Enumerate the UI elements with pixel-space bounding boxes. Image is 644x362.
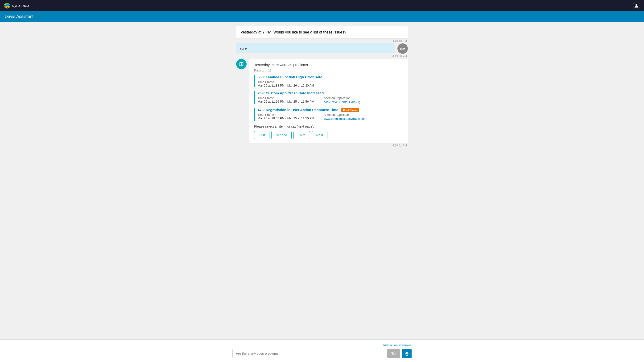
user-message-row: sure NV bbox=[236, 43, 408, 54]
problem-timeframe-value-3: Mar 25 at 10:57 PM - Mar 25 at 11:50 PM bbox=[258, 117, 314, 120]
action-buttons: First Second Third Next bbox=[254, 131, 403, 139]
timestamp-1: 4:18:58 PM bbox=[236, 39, 408, 43]
problem-title-1[interactable]: 558: Lambda Function High Error Rate bbox=[258, 75, 322, 79]
page-label: Page 1 of 13 bbox=[254, 69, 403, 72]
davis-icon bbox=[239, 62, 244, 67]
bot-problems-content: Yesterday there were 39 problems. Page 1… bbox=[250, 59, 408, 147]
problem-field-timeframe-1: Time Frame Mar 25 at 11:38 PM - Mar 26 a… bbox=[258, 80, 314, 87]
third-button[interactable]: Third bbox=[294, 131, 310, 139]
timestamp-3: 4:19:01 PM bbox=[250, 144, 408, 147]
problem-fields-3: Time Frame Mar 25 at 10:57 PM - Mar 25 a… bbox=[258, 113, 403, 121]
problem-fields-2: Time Frame Mar 25 at 11:29 PM - Mar 25 a… bbox=[258, 96, 403, 104]
next-button[interactable]: Next bbox=[312, 131, 328, 139]
logo-text: dynatrace bbox=[12, 4, 29, 8]
user-message-wrapper: sure NV 4:19:00 PM bbox=[232, 43, 412, 58]
user-avatar: NV bbox=[398, 43, 408, 54]
svg-rect-13 bbox=[406, 352, 408, 354]
user-avatar-icon[interactable] bbox=[633, 2, 640, 10]
problem-timeframe-value-1: Mar 25 at 11:38 PM - Mar 26 at 12:30 AM bbox=[258, 84, 314, 87]
problem-fields-1: Time Frame Mar 25 at 11:38 PM - Mar 26 a… bbox=[258, 80, 403, 87]
input-area-inner: Interaction examples Try bbox=[232, 343, 412, 358]
problem-item-3: 473: Degradation in User Action Response… bbox=[254, 108, 403, 121]
problem-app-link-2[interactable]: easyTravel Rental Cars (1) bbox=[324, 100, 360, 104]
user-bubble: sure bbox=[236, 43, 394, 53]
problem-title-2[interactable]: 269: Custom App Crash Rate Increased bbox=[258, 91, 324, 95]
topnav: dynatrace bbox=[0, 0, 644, 11]
problem-intro: Yesterday there were 39 problems. bbox=[254, 63, 403, 67]
page-header: Davis Assistant bbox=[0, 11, 644, 22]
problem-field-app-2: Affected Application easyTravel Rental C… bbox=[324, 96, 360, 104]
bot-message-plain: yesterday at 7 PM. Would you like to see… bbox=[232, 27, 412, 43]
bot-problems-row: Yesterday there were 39 problems. Page 1… bbox=[236, 59, 408, 147]
bot-message-text-1: yesterday at 7 PM. Would you like to see… bbox=[241, 30, 346, 34]
svg-rect-12 bbox=[241, 64, 242, 65]
root-cause-badge: Root Cause bbox=[341, 108, 359, 112]
input-area: Interaction examples Try bbox=[0, 339, 644, 362]
bot-problems-bubble: Yesterday there were 39 problems. Page 1… bbox=[250, 59, 408, 143]
problem-field-app-3: Affected Application www.openstack.easyt… bbox=[324, 113, 366, 121]
interaction-examples-link[interactable]: Interaction examples bbox=[232, 343, 412, 347]
microphone-button[interactable] bbox=[402, 349, 412, 358]
user-message-text: sure bbox=[240, 46, 247, 50]
chat-area: yesterday at 7 PM. Would you like to see… bbox=[0, 22, 644, 339]
input-row: Try bbox=[232, 349, 412, 358]
problem-field-timeframe-2: Time Frame Mar 25 at 11:29 PM - Mar 25 a… bbox=[258, 96, 314, 104]
first-button[interactable]: First bbox=[254, 131, 270, 139]
bot-avatar-icon bbox=[236, 59, 246, 69]
problem-item-2: 269: Custom App Crash Rate Increased Tim… bbox=[254, 91, 403, 104]
microphone-icon bbox=[405, 351, 409, 356]
svg-point-9 bbox=[636, 4, 638, 6]
chat-input[interactable] bbox=[232, 349, 385, 358]
timestamp-2: 4:19:00 PM bbox=[236, 55, 408, 58]
problem-timeframe-value-2: Mar 25 at 11:29 PM - Mar 25 at 11:56 PM bbox=[258, 100, 314, 103]
select-prompt: Please select an item, or say 'next page… bbox=[254, 125, 403, 128]
problem-title-3[interactable]: 473: Degradation in User Action Response… bbox=[258, 108, 338, 112]
dynatrace-logo-icon bbox=[4, 2, 10, 9]
problem-field-timeframe-3: Time Frame Mar 25 at 10:57 PM - Mar 25 a… bbox=[258, 113, 314, 121]
problem-app-link-3[interactable]: www.openstack.easytravel.com bbox=[324, 117, 366, 121]
second-button[interactable]: Second bbox=[271, 131, 291, 139]
try-button[interactable]: Try bbox=[387, 349, 400, 358]
page-title: Davis Assistant bbox=[5, 14, 34, 19]
bot-bubble-plain: yesterday at 7 PM. Would you like to see… bbox=[236, 27, 408, 38]
problem-item-1: 558: Lambda Function High Error Rate Tim… bbox=[254, 75, 403, 87]
bot-problems-wrapper: Yesterday there were 39 problems. Page 1… bbox=[232, 59, 412, 148]
logo-area: dynatrace bbox=[4, 2, 29, 9]
